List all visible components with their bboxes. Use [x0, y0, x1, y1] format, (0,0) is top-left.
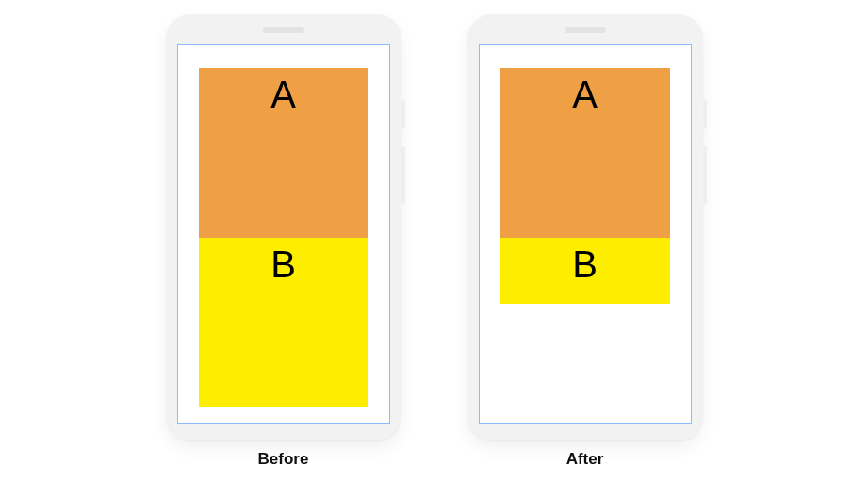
before-column: A B Before	[166, 14, 401, 469]
caption-after: After	[566, 450, 604, 469]
phone-mockup-before: A B	[166, 14, 401, 440]
volume-button-icon	[401, 146, 405, 205]
power-button-icon	[401, 99, 405, 129]
block-b: B	[199, 238, 368, 407]
phone-screen-after: A B	[479, 44, 692, 424]
block-a: A	[500, 68, 670, 238]
volume-button-icon	[703, 146, 707, 205]
phone-speaker-slot	[565, 27, 606, 33]
comparison-diagram: A B Before A B After	[0, 0, 868, 482]
phone-screen-before: A B	[177, 44, 390, 424]
phone-mockup-after: A B	[467, 14, 703, 440]
layout-content-after: A B	[500, 68, 670, 304]
phone-speaker-slot	[263, 27, 304, 33]
power-button-icon	[703, 99, 707, 129]
after-column: A B After	[467, 14, 703, 469]
caption-before: Before	[258, 450, 309, 469]
layout-content-before: A B	[199, 68, 368, 407]
block-b: B	[500, 238, 670, 304]
block-a: A	[199, 68, 368, 238]
